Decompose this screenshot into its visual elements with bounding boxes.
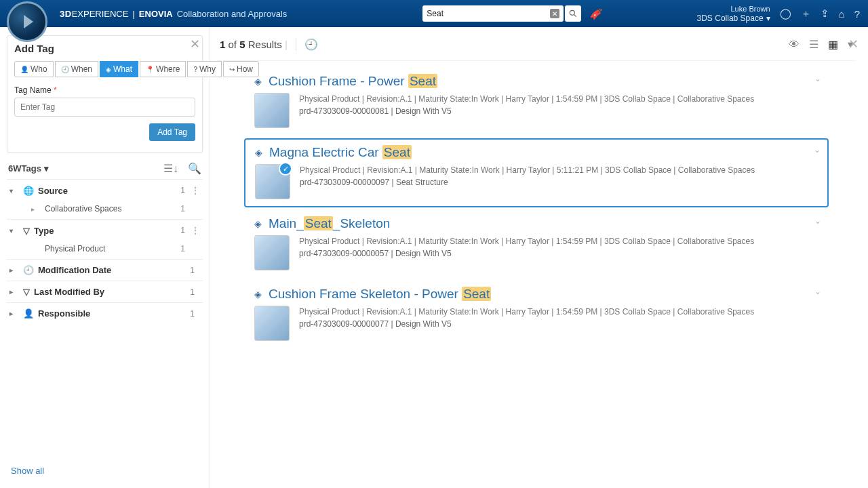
- chevron-down-icon: ▾: [44, 163, 49, 174]
- history-icon[interactable]: 🕘: [296, 38, 318, 51]
- chip-where[interactable]: 📍Where: [140, 61, 186, 77]
- sidebar: ✕ Add Tag 👤Who 🕘When ◈What 📍Where ?Why ↪…: [0, 27, 210, 488]
- add-tag-panel: Add Tag 👤Who 🕘When ◈What 📍Where ?Why ↪Ho…: [7, 35, 203, 152]
- results-header: 1 of 5 Results | 🕘 👁 ☰ ▦ ▾: [217, 34, 856, 61]
- object-icon: ◈: [254, 218, 262, 229]
- chevron-right-icon: ▸: [31, 205, 38, 213]
- search-clear-icon[interactable]: ✕: [550, 9, 559, 18]
- collab-space: 3DS Collab Space: [697, 14, 764, 23]
- chevron-down-icon: ▾: [9, 187, 16, 195]
- brand: 3DEXPERIENCE | ENOVIA Collaboration and …: [60, 9, 287, 19]
- result-chevron-icon[interactable]: ⌄: [814, 216, 821, 226]
- cube-icon: ◈: [106, 66, 111, 73]
- main: ✕ Add Tag 👤Who 🕘When ◈What 📍Where ?Why ↪…: [0, 27, 868, 488]
- object-icon: ◈: [254, 289, 262, 300]
- more-icon[interactable]: ⋮: [191, 185, 200, 196]
- top-right: Luke Brown 3DS Collab Space▾ ◯ ＋ ⇪ ⌂ ?: [697, 4, 868, 23]
- list-view-icon[interactable]: ☰: [809, 38, 818, 51]
- object-icon: ◈: [254, 76, 262, 87]
- sixw-row: 6WTags▾ ☰↓ 🔍: [4, 152, 205, 179]
- search-button[interactable]: [565, 5, 581, 22]
- result-thumbnail: [255, 164, 290, 199]
- divider: |: [285, 39, 288, 50]
- question-icon: ?: [193, 66, 197, 73]
- result-chevron-icon[interactable]: ⌄: [814, 145, 821, 155]
- share-icon[interactable]: ⇪: [821, 7, 829, 20]
- result-title[interactable]: ◈Cushion Frame - Power Seat: [254, 74, 818, 89]
- chip-what[interactable]: ◈What: [100, 61, 138, 77]
- sixwtags-toggle[interactable]: 6WTags▾: [8, 163, 49, 174]
- result-title[interactable]: ◈Main_Seat_Skeleton: [254, 216, 818, 231]
- results-list: ⌄◈Cushion Frame - Power SeatPhysical Pro…: [217, 61, 856, 348]
- clock-icon: 🕘: [23, 265, 34, 275]
- tag-name-input[interactable]: [14, 98, 195, 117]
- clock-icon: 🕘: [61, 66, 69, 73]
- view-icons: 👁 ☰ ▦ ▾: [789, 38, 853, 51]
- result-thumbnail: [254, 235, 290, 270]
- add-tag-title: Add Tag: [14, 43, 195, 54]
- results-close-icon[interactable]: ✕: [848, 37, 859, 52]
- chevron-right-icon: ▸: [9, 266, 16, 274]
- preview-icon[interactable]: 👁: [789, 39, 800, 51]
- result-thumbnail: [254, 93, 290, 128]
- user-name: Luke Brown: [697, 4, 770, 14]
- result-meta: Physical Product | Revision:A.1 | Maturi…: [300, 164, 755, 199]
- svg-line-1: [574, 15, 576, 17]
- home-icon[interactable]: ⌂: [839, 8, 845, 20]
- facet-type-child[interactable]: ▸ Physical Product 1: [7, 241, 203, 259]
- tile-view-icon[interactable]: ▦: [828, 38, 838, 51]
- profile-icon[interactable]: ◯: [780, 7, 791, 20]
- facet-responsible: ▸ 👤 Responsible 1: [7, 302, 203, 324]
- add-icon[interactable]: ＋: [801, 7, 811, 20]
- filter-search-icon[interactable]: 🔍: [188, 162, 201, 175]
- top-bar: 3DEXPERIENCE | ENOVIA Collaboration and …: [0, 0, 868, 27]
- tag-icon[interactable]: 🔖: [590, 7, 603, 20]
- facet-source: ▾ 🌐 Source 1 ⋮ ▸ Collaborative Spaces 1: [7, 179, 203, 219]
- more-icon[interactable]: ⋮: [191, 225, 200, 236]
- results-count: 1 of 5 Results |: [220, 39, 288, 50]
- result-chevron-icon[interactable]: ⌄: [814, 287, 821, 296]
- result-meta: Physical Product | Revision:A.1 | Maturi…: [299, 93, 754, 128]
- chevron-right-icon: ▸: [9, 310, 16, 317]
- facet-source-child[interactable]: ▸ Collaborative Spaces 1: [7, 201, 203, 219]
- person-icon: 👤: [20, 66, 28, 73]
- search-wrap: ✕ 🔖: [422, 5, 603, 22]
- result-item[interactable]: ⌄◈Cushion Frame - Power SeatPhysical Pro…: [244, 68, 829, 136]
- result-item[interactable]: ⌄◈Main_Seat_SkeletonPhysical Product | R…: [244, 210, 829, 278]
- search-box: ✕: [422, 5, 564, 22]
- funnel-icon: ▽: [23, 287, 30, 297]
- svg-point-0: [570, 10, 575, 15]
- tag-name-label: Tag Name *: [14, 85, 195, 95]
- facet-moddate: ▸ 🕘 Modification Date 1: [7, 259, 203, 281]
- results-area: ✕ 1 of 5 Results | 🕘 👁 ☰ ▦ ▾ ⌄◈Cushion F…: [210, 27, 868, 488]
- result-meta: Physical Product | Revision:A.1 | Maturi…: [299, 235, 754, 270]
- funnel-icon: ▽: [23, 226, 30, 236]
- facet-type: ▾ ▽ Type 1 ⋮ ▸ Physical Product 1: [7, 219, 203, 259]
- sidebar-close-icon[interactable]: ✕: [190, 37, 200, 52]
- person-icon: 👤: [23, 308, 34, 319]
- facet-list: ▾ 🌐 Source 1 ⋮ ▸ Collaborative Spaces 1 …: [4, 179, 205, 324]
- result-item[interactable]: ⌄◈Cushion Frame Skeleton - Power SeatPhy…: [244, 281, 829, 348]
- result-meta: Physical Product | Revision:A.1 | Maturi…: [299, 306, 754, 341]
- sort-icon[interactable]: ☰↓: [163, 162, 178, 175]
- search-input[interactable]: [427, 9, 550, 18]
- object-icon: ◈: [255, 147, 262, 158]
- result-thumbnail: [254, 306, 290, 341]
- result-title[interactable]: ◈Magna Electric Car Seat: [255, 145, 818, 160]
- globe-icon: 🌐: [23, 186, 34, 196]
- facet-lastmod: ▸ ▽ Last Modified By 1: [7, 281, 203, 302]
- show-all-link[interactable]: Show all: [11, 466, 44, 476]
- result-chevron-icon[interactable]: ⌄: [814, 74, 821, 83]
- compass-icon[interactable]: [7, 1, 47, 42]
- chevron-right-icon: ▸: [9, 288, 16, 296]
- search-icon: [568, 9, 578, 18]
- help-icon[interactable]: ?: [854, 8, 860, 20]
- pin-icon: 📍: [146, 66, 154, 73]
- result-item[interactable]: ⌄◈Magna Electric Car SeatPhysical Produc…: [244, 138, 829, 207]
- chip-who[interactable]: 👤Who: [14, 61, 54, 77]
- chip-when[interactable]: 🕘When: [55, 61, 98, 77]
- user-block[interactable]: Luke Brown 3DS Collab Space▾: [697, 4, 770, 23]
- add-tag-button[interactable]: Add Tag: [149, 123, 195, 141]
- result-title[interactable]: ◈Cushion Frame Skeleton - Power Seat: [254, 287, 818, 302]
- sixw-chips: 👤Who 🕘When ◈What 📍Where ?Why ↪How: [14, 61, 195, 77]
